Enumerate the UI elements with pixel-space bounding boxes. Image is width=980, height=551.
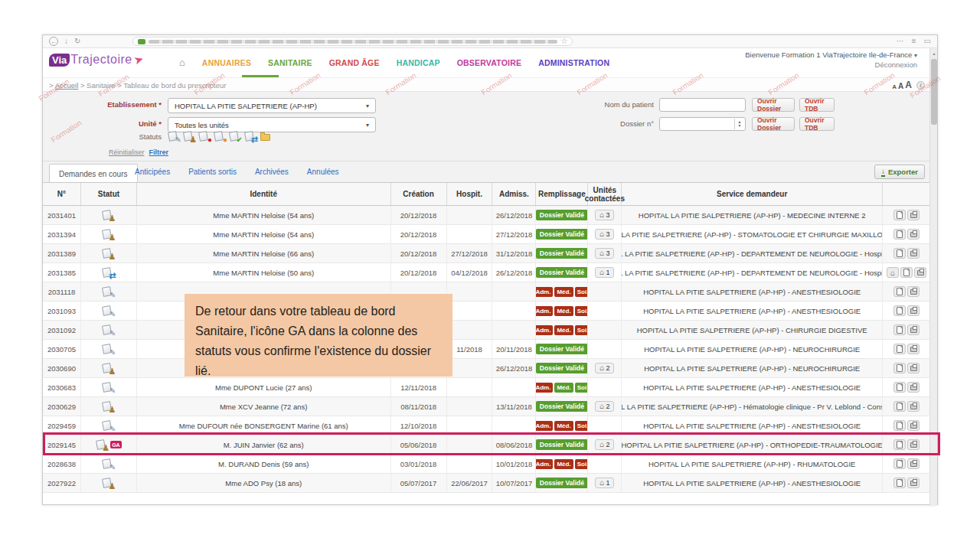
breadcrumb-accueil-link[interactable]: Accueil	[55, 81, 79, 90]
page-action-icon[interactable]	[893, 305, 906, 316]
home-icon[interactable]: ⌂	[179, 57, 185, 67]
spinner-down-icon[interactable]: ▼	[738, 124, 742, 128]
table-row[interactable]: 2031092✎Adm.Méd.Soi.HOPITAL LA PITIE SAL…	[43, 321, 930, 340]
viatrajectoire-logo[interactable]: Via Trajectoire ➤	[49, 53, 143, 67]
print-action-icon[interactable]	[907, 210, 920, 220]
col-header-admiss[interactable]: Admiss.	[492, 183, 536, 205]
export-button[interactable]: ↓ Exporter	[874, 165, 925, 179]
table-row[interactable]: 2027922♟Mme ADO Psy (18 ans)05/07/201722…	[43, 474, 930, 493]
tab-anticipees[interactable]: Anticipées	[135, 168, 170, 176]
ouvrir-dossier-button-2[interactable]: Ouvrir Dossier	[752, 117, 795, 131]
unites-chip[interactable]: ⌂3	[595, 229, 614, 240]
unites-chip[interactable]: ⌂3	[595, 248, 614, 259]
col-header-identite[interactable]: Identité	[137, 183, 391, 205]
table-row[interactable]: 2030690♟26/12/2018Dossier Validé⌂2HOPITA…	[43, 359, 930, 378]
page-action-icon[interactable]	[893, 363, 906, 373]
page-action-icon[interactable]	[893, 401, 906, 412]
unites-chip[interactable]: ⌂1	[595, 478, 614, 488]
nav-annuaires[interactable]: ANNUAIRES	[202, 58, 251, 67]
nav-grand-age[interactable]: GRAND ÂGE	[329, 58, 380, 67]
nom-patient-input[interactable]	[659, 98, 746, 112]
download-icon[interactable]: ↓	[64, 37, 68, 45]
page-action-icon[interactable]	[893, 324, 906, 335]
print-action-icon[interactable]	[907, 229, 920, 240]
print-action-icon[interactable]	[907, 286, 920, 297]
tab-patients-sortis[interactable]: Patients sortis	[188, 168, 237, 176]
filtrer-link[interactable]: Filtrer	[149, 148, 169, 156]
info-icon[interactable]: i	[916, 81, 925, 90]
ouvrir-tdb-button-2[interactable]: Ouvrir TDB	[799, 117, 835, 131]
print-action-icon[interactable]	[907, 324, 920, 335]
accepted-status-icon[interactable]: ✔	[229, 130, 242, 142]
font-medium-button[interactable]: A	[898, 82, 903, 90]
browser-menu-icon[interactable]: ≡	[912, 37, 916, 45]
unites-chip[interactable]: ⌂3	[595, 210, 614, 220]
col-header-unites[interactable]: Unités contactées	[588, 183, 622, 205]
print-action-icon[interactable]	[914, 267, 926, 278]
col-header-service[interactable]: Service demandeur	[622, 183, 883, 205]
col-header-hospit[interactable]: Hospit.	[447, 183, 493, 205]
tab-annulees[interactable]: Annulées	[307, 168, 339, 176]
print-action-icon[interactable]	[907, 363, 920, 373]
scrollbar-thumb[interactable]	[931, 59, 937, 125]
page-action-icon[interactable]	[900, 267, 913, 278]
table-row[interactable]: 2031118✎Adm.Méd.Soi.HOPITAL LA PITIE SAL…	[43, 282, 930, 302]
print-action-icon[interactable]	[907, 305, 920, 316]
unites-chip[interactable]: ⌂2	[595, 439, 614, 450]
table-row[interactable]: 2031394♟Mme MARTIN Heloise (54 ans)20/12…	[43, 225, 930, 244]
url-bar[interactable]: ☆	[132, 37, 573, 46]
page-action-icon[interactable]	[893, 478, 906, 488]
print-action-icon[interactable]	[907, 439, 920, 450]
print-action-icon[interactable]	[907, 420, 920, 431]
unites-chip[interactable]: ⌂2	[595, 401, 614, 412]
table-row[interactable]: 2028638✎M. DURAND Denis (59 ans)03/01/20…	[43, 455, 930, 474]
nav-administration[interactable]: ADMINISTRATION	[538, 58, 609, 67]
col-header-remplissage[interactable]: Remplissage	[536, 183, 588, 205]
page-action-icon[interactable]	[893, 286, 906, 297]
page-action-icon[interactable]	[893, 229, 906, 240]
scrollbar-up-icon[interactable]: ▴	[930, 48, 938, 57]
page-scrollbar[interactable]: ▴	[929, 48, 937, 506]
table-row[interactable]: 2029145♟GAM. JUIN Janvier (62 ans)05/06/…	[43, 435, 930, 455]
ouvrir-tdb-button-1[interactable]: Ouvrir TDB	[799, 98, 835, 112]
col-header-statut[interactable]: Statut	[81, 183, 137, 205]
refused-status-icon[interactable]: ●	[198, 130, 211, 142]
print-action-icon[interactable]	[907, 458, 920, 469]
print-action-icon[interactable]	[907, 478, 920, 488]
table-row[interactable]: 2031093✎Adm.Méd.Soi.HOPITAL LA PITIE SAL…	[43, 302, 930, 321]
print-action-icon[interactable]	[907, 344, 920, 354]
bookmark-star-icon[interactable]: ☆	[560, 37, 567, 45]
font-small-button[interactable]: A	[892, 83, 897, 90]
col-header-creation[interactable]: Création	[391, 183, 447, 205]
logout-link[interactable]: Déconnexion	[745, 60, 917, 69]
home-action-icon[interactable]: ⌂	[887, 267, 899, 278]
print-action-icon[interactable]	[907, 401, 920, 412]
browser-minimize-icon[interactable]: ▭	[924, 37, 931, 45]
reinitialiser-link[interactable]: Réinitialiser	[109, 148, 145, 156]
etablissement-select[interactable]: HOPITAL LA PITIE SALPETRIERE (AP-HP) ▾	[168, 98, 376, 113]
ouvrir-dossier-button-1[interactable]: Ouvrir Dossier	[752, 98, 795, 112]
arrows-status-icon[interactable]: ⇄	[244, 130, 257, 142]
page-action-icon[interactable]	[893, 458, 906, 469]
waiting-status-icon[interactable]: ●	[214, 130, 227, 142]
sent-status-icon[interactable]: ♟	[183, 130, 196, 142]
number-spinner[interactable]: ▲▼	[734, 119, 744, 129]
page-action-icon[interactable]	[893, 439, 906, 450]
page-action-icon[interactable]	[893, 248, 906, 259]
nav-sanitaire[interactable]: SANITAIRE	[268, 58, 312, 67]
tab-archivees[interactable]: Archivées	[255, 168, 289, 176]
table-row[interactable]: 2030629♟Mme XCV Jeanne (72 ans)08/11/201…	[43, 397, 930, 416]
page-action-icon[interactable]	[893, 344, 906, 354]
col-header-num[interactable]: N°	[43, 183, 81, 205]
table-row[interactable]: 2031389♟Mme MARTIN Heloise (66 ans)20/12…	[43, 244, 930, 263]
print-action-icon[interactable]	[907, 382, 920, 393]
dossier-num-input[interactable]: ▲▼	[659, 117, 746, 131]
print-action-icon[interactable]	[907, 248, 920, 259]
draft-status-icon[interactable]: ✎	[168, 130, 181, 142]
table-row[interactable]: 2029459✎Mme DUFOUR née BONSERGENT Marine…	[43, 416, 930, 435]
nav-handicap[interactable]: HANDICAP	[397, 58, 440, 67]
refresh-icon[interactable]: ↻	[74, 37, 80, 45]
page-action-icon[interactable]	[893, 382, 906, 393]
unites-chip[interactable]: ⌂1	[595, 267, 614, 278]
table-row[interactable]: 2031385⇄Mme MARTIN Heloise (50 ans)20/12…	[43, 263, 930, 282]
